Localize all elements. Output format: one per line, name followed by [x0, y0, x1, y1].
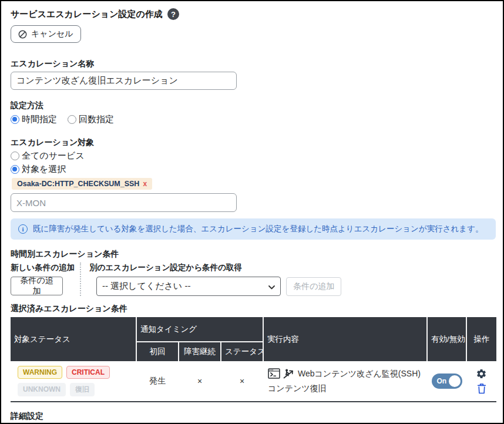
status-badge-unknown: UNKNOWN [18, 383, 66, 396]
col-header-status-change: ステータス変化 [221, 342, 263, 361]
toggle-on-label: On [437, 377, 447, 385]
col-header-enabled: 有効/無効 [427, 317, 466, 361]
first-cell: 発生 [136, 361, 179, 402]
import-select-value: -- 選択してください -- [102, 281, 190, 292]
target-search-input[interactable] [11, 193, 237, 212]
radio-all-services-label[interactable]: 全てのサービス [22, 150, 85, 161]
method-label: 設定方法 [11, 100, 493, 111]
toggle-knob [449, 375, 461, 387]
trash-icon[interactable] [477, 383, 486, 394]
import-add-condition-button[interactable]: 条件の追加 [286, 277, 341, 296]
radio-select-target-label[interactable]: 対象を選択 [22, 164, 66, 175]
info-icon: i [18, 224, 28, 234]
method-radio-group: 時間指定 回数指定 [11, 114, 493, 125]
radio-select-target-icon[interactable] [11, 165, 19, 174]
col-header-continuation: 障害継続 [179, 342, 221, 361]
selected-target-tag-label: Osaka-DC:HTTP_CHECKSUM_SSH [17, 180, 139, 188]
selected-conditions-label: 選択済みエスカレーション条件 [11, 304, 493, 314]
col-header-status: 対象ステータス [11, 317, 136, 361]
status-badges-cell: WARNING CRITICAL UNKNOWN 復旧 [11, 361, 136, 402]
enabled-toggle[interactable]: On [432, 373, 462, 389]
enabled-cell: On [427, 361, 466, 402]
radio-count-icon[interactable] [68, 115, 76, 124]
cancel-button-label: キャンセル [31, 29, 73, 39]
page-title: サービスエスカレーション設定の作成 [11, 9, 163, 20]
status-change-cell: × [221, 361, 263, 402]
radio-all-services-icon[interactable] [11, 152, 19, 160]
conditions-section-label: 時間別エスカレーション条件 [11, 249, 493, 260]
escalation-create-page: サービスエスカレーション設定の作成 ? キャンセル エスカレーション名称 設定方… [0, 0, 504, 424]
import-condition-block: 別のエスカレーション設定から条件の取得 -- 選択してください -- 条件の追加 [85, 263, 341, 296]
add-condition-button[interactable]: 条件の追加 [11, 277, 63, 295]
help-icon[interactable]: ? [167, 8, 179, 20]
info-banner: i 既に障害が発生している対象を選択した場合、エスカレーション設定を登録した時点… [11, 218, 496, 240]
import-condition-label: 別のエスカレーション設定から条件の取得 [89, 263, 341, 273]
col-header-first: 初回 [136, 342, 179, 361]
exec-content-cell: Webコンテンツ改ざん監視(SSH) コンテンツ復旧 [263, 361, 427, 402]
cancel-slash-icon [18, 30, 27, 39]
target-label: エスカレーション対象 [11, 137, 493, 148]
condition-row: WARNING CRITICAL UNKNOWN 復旧 発生 × × [11, 361, 496, 402]
new-condition-block: 新しい条件の追加 条件の追加 [11, 263, 75, 296]
import-controls: -- 選択してください -- 条件の追加 [89, 277, 341, 296]
exec-icons [268, 368, 294, 382]
target-select-row: 対象を選択 [11, 164, 493, 175]
col-header-timing: 通知タイミング [136, 317, 263, 342]
col-header-exec: 実行内容 [263, 317, 427, 361]
radio-time-icon[interactable] [11, 115, 19, 124]
selected-conditions-table: 対象ステータス 通知タイミング 実行内容 有効/無効 操作 初回 障害継続 ステ… [11, 317, 496, 402]
escalation-name-input[interactable] [11, 72, 237, 90]
operations-cell [466, 361, 496, 402]
escalation-person-icon [283, 368, 294, 382]
name-label: エスカレーション名称 [11, 59, 493, 69]
info-banner-text: 既に障害が発生している対象を選択した場合、エスカレーション設定を登録した時点より… [33, 224, 483, 234]
status-badge-critical: CRITICAL [66, 366, 110, 379]
conditions-toolbar: 新しい条件の追加 条件の追加 別のエスカレーション設定から条件の取得 -- 選択… [11, 263, 493, 296]
new-condition-label: 新しい条件の追加 [11, 263, 75, 273]
target-all-row: 全てのサービス [11, 150, 493, 161]
details-section-label: 詳細設定 [11, 411, 493, 422]
continuation-cell: × [179, 361, 221, 402]
selected-target-tag: Osaka-DC:HTTP_CHECKSUM_SSH x [12, 178, 152, 190]
import-escalation-select[interactable]: -- 選択してください -- [96, 277, 281, 296]
vertical-divider [80, 263, 81, 296]
radio-count-label[interactable]: 回数指定 [79, 114, 114, 125]
remove-tag-icon[interactable]: x [143, 180, 147, 188]
col-header-operations: 操作 [466, 317, 496, 361]
cancel-button[interactable]: キャンセル [11, 25, 81, 43]
status-badge-warning: WARNING [18, 366, 62, 379]
radio-time-label[interactable]: 時間指定 [22, 114, 57, 125]
chevron-down-icon [268, 281, 275, 291]
page-header: サービスエスカレーション設定の作成 ? [11, 8, 493, 20]
status-badge-recovery: 復旧 [70, 383, 95, 396]
gear-icon[interactable] [476, 368, 487, 379]
terminal-icon [268, 368, 280, 382]
